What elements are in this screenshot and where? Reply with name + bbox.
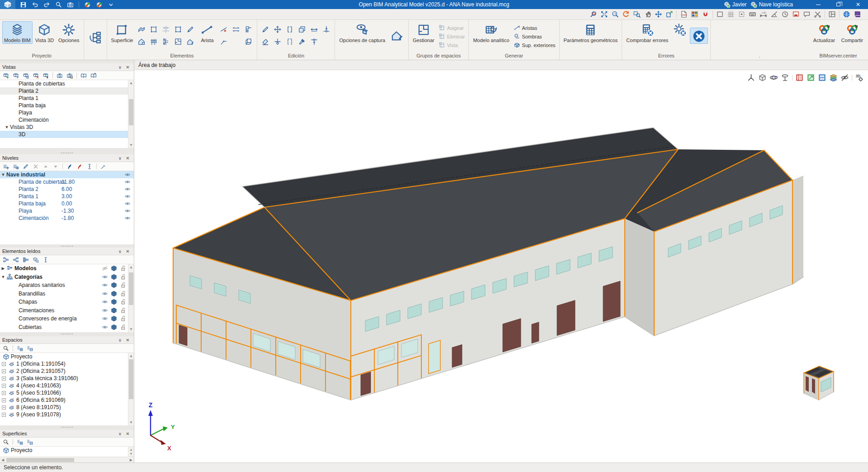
element-row[interactable]: Chapas xyxy=(0,298,134,306)
space-row[interactable]: +2 (Oficina 2:191057) xyxy=(0,367,134,375)
house-cube-tool-icon[interactable] xyxy=(136,36,147,48)
space-row[interactable]: +6 (Oficina 6:191069) xyxy=(0,396,134,404)
book-open-icon[interactable] xyxy=(80,72,87,79)
minimize-button[interactable] xyxy=(808,0,828,9)
capture-zone-icon[interactable] xyxy=(792,10,800,18)
level-row[interactable]: Planta 26.00 xyxy=(0,186,134,193)
lock-icon[interactable] xyxy=(119,274,127,280)
pan-icon[interactable] xyxy=(644,10,651,18)
roof-tool-icon[interactable] xyxy=(136,24,147,35)
delete-x-icon[interactable] xyxy=(33,163,39,170)
edge-select-tool-icon[interactable] xyxy=(218,24,230,35)
view-item[interactable]: Planta 2 xyxy=(0,87,134,95)
app-menu-button[interactable] xyxy=(0,0,15,9)
cube-search-icon[interactable] xyxy=(33,257,39,263)
close-button[interactable]: ✕ xyxy=(848,0,868,9)
chevron-down-icon[interactable]: ▼ xyxy=(0,172,6,177)
square-edit-tool-icon[interactable] xyxy=(184,24,196,35)
book-flip-icon[interactable] xyxy=(90,72,97,79)
web-globe-icon[interactable] xyxy=(843,10,850,18)
clock-icon[interactable] xyxy=(781,10,789,18)
brackets-dashed-icon[interactable] xyxy=(284,36,296,48)
expand-icon[interactable]: + xyxy=(2,398,6,402)
up-gray-icon[interactable] xyxy=(42,163,49,170)
snapshot-find-icon[interactable] xyxy=(66,72,73,79)
view-edit-icon[interactable] xyxy=(13,72,19,79)
lock-icon[interactable] xyxy=(119,299,127,305)
scrollbar[interactable]: ▲▼ xyxy=(128,264,134,332)
eye-icon[interactable] xyxy=(124,200,131,207)
edit-pencil-icon[interactable] xyxy=(23,163,29,170)
square-inner-tool-icon[interactable] xyxy=(172,36,184,48)
collapse-panel-icon[interactable]: ∨ xyxy=(116,430,124,438)
cube-visibility-icon[interactable] xyxy=(110,291,118,297)
collapse-panel-icon[interactable]: ∨ xyxy=(116,154,124,162)
panel-splitter[interactable] xyxy=(0,332,134,335)
comprobar-errores-button[interactable]: Comprobar errores xyxy=(624,21,670,44)
expand-icon[interactable]: + xyxy=(2,384,6,388)
eye-icon[interactable] xyxy=(124,172,131,178)
lock-icon[interactable] xyxy=(119,315,127,322)
flag-blue-icon[interactable] xyxy=(66,163,73,170)
element-row[interactable]: ▼Categorías xyxy=(0,273,134,281)
brackets-icon[interactable] xyxy=(284,24,296,35)
space-row[interactable]: +5 (Aseo 5:191066) xyxy=(0,389,134,396)
lock-icon[interactable] xyxy=(119,307,127,314)
modelo-bim-button[interactable]: Modelo BIM xyxy=(2,21,33,44)
link-b-icon[interactable] xyxy=(13,257,19,263)
level-add2-icon[interactable] xyxy=(13,163,19,170)
level-add-icon[interactable] xyxy=(3,163,9,170)
comment-icon[interactable] xyxy=(803,10,811,18)
level-bar-icon[interactable] xyxy=(42,257,49,263)
snapshot-icon[interactable] xyxy=(57,72,63,79)
chevron-down-icon[interactable]: ▼ xyxy=(4,125,10,129)
space-row[interactable]: +9 (Aseo 9:191078) xyxy=(0,411,134,418)
move-icon[interactable] xyxy=(272,24,283,35)
view-item[interactable]: ▼Vistas 3D xyxy=(0,124,134,131)
element-row[interactable]: Conversores de energía xyxy=(0,315,134,323)
brush-icon[interactable] xyxy=(296,36,308,48)
3d-scene[interactable]: Z Y X xyxy=(134,70,868,462)
expand-icon[interactable]: + xyxy=(2,413,6,417)
turntable-icon[interactable] xyxy=(781,73,789,82)
view-copy-icon[interactable] xyxy=(23,72,29,79)
cube-visibility-icon[interactable] xyxy=(110,307,118,314)
copy-icon[interactable] xyxy=(296,24,308,35)
search-icon[interactable] xyxy=(3,345,9,352)
quick-access-menu-arrow[interactable] xyxy=(108,1,114,8)
expand-icon[interactable]: + xyxy=(2,405,6,410)
clip-blue-icon[interactable] xyxy=(818,73,826,82)
gestionar-button[interactable]: Gestionar xyxy=(411,21,436,44)
clip-red-icon[interactable] xyxy=(795,73,804,82)
eraser-icon[interactable] xyxy=(259,36,271,48)
grid-icon[interactable] xyxy=(727,10,735,18)
orbit-icon[interactable] xyxy=(769,73,778,82)
collapse-panel-icon[interactable]: ∨ xyxy=(116,63,124,71)
expand-icon[interactable]: + xyxy=(2,377,6,381)
eye-icon[interactable] xyxy=(124,179,131,185)
level-root-row[interactable]: ▼Nave industrial xyxy=(0,171,134,178)
opciones-button[interactable]: Opciones xyxy=(57,21,81,44)
level-row[interactable]: Playa-1.30 xyxy=(0,207,134,215)
cerrar-errores-button[interactable] xyxy=(690,28,708,44)
edge-corner-tool-icon[interactable] xyxy=(218,36,230,48)
bimserver-sync-icon[interactable] xyxy=(84,1,91,8)
tree-plus-icon[interactable] xyxy=(17,345,23,352)
collapse-panel-icon[interactable]: ∨ xyxy=(116,336,124,344)
restore-button[interactable] xyxy=(828,0,848,9)
tree-plus-icon[interactable] xyxy=(17,439,23,445)
cube-visibility-icon[interactable] xyxy=(110,299,118,305)
tree-minus-icon[interactable] xyxy=(27,439,33,445)
horizontal-scrollbar[interactable]: ◀▶ xyxy=(0,457,134,462)
panel-layout-icon[interactable] xyxy=(828,10,836,18)
link-c-icon[interactable] xyxy=(23,257,29,263)
help-book-icon[interactable] xyxy=(854,10,861,18)
align-tool-icon[interactable] xyxy=(160,24,172,35)
background-window-icon[interactable] xyxy=(716,10,724,18)
collapse-panel-icon[interactable]: ∨ xyxy=(116,248,124,255)
render-3d-icon[interactable]: 3D xyxy=(855,73,863,82)
cube-face-tool-icon[interactable] xyxy=(243,36,255,48)
scrollbar[interactable]: ▲▼ xyxy=(128,447,134,457)
panel-splitter[interactable] xyxy=(0,425,134,429)
redo-button[interactable] xyxy=(43,1,50,8)
